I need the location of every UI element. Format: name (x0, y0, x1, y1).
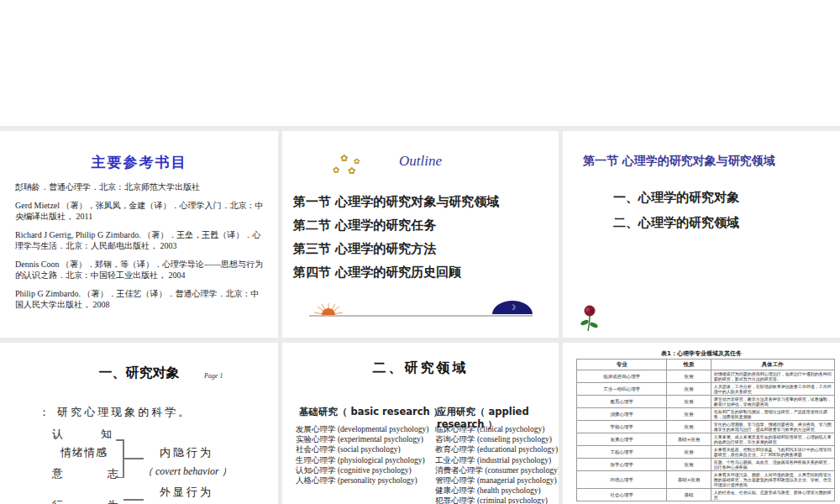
table-row: 环境心理学基础+应用从事有关环境污染、拥挤、人对环境的改造、人类空间利用等方面的… (577, 471, 835, 489)
diagram-label-overt: 外显行为 (160, 485, 213, 500)
bibliography-list: 彭聃龄．普通心理学．北京：北京师范大学出版社 Gerd Mietzel （著），… (15, 181, 265, 318)
col-header-nature: 性质 (667, 360, 711, 370)
table-row: 消费心理学应用包装和广告的研制与测试，营销方法研究，产品使用者特点调查，消费者民… (577, 408, 835, 421)
slide-title: Outline (282, 153, 559, 170)
table-row: 社会心理学基础人的社会化、社会认知、态度形成与改变、群体心理等方面的研究 (577, 489, 835, 501)
research-field-item: 健康心理学 (health psychology) (435, 486, 559, 496)
research-field-item: 犯罪心理学 (criminal psychology) (435, 496, 559, 504)
slide-thumbnail-specialty-table[interactable]: 表1：心理学专业领域及其任务 专业 性质 具体工作 临床或咨询心理学应用对情绪或… (563, 343, 840, 504)
col-header-specialty: 专业 (577, 360, 667, 370)
slide-thumbnail-research-object[interactable]: 一、研究对象 Page 1 ： 研究心理现象的科学。 认 知 情绪情感 意 志 … (0, 343, 278, 504)
rose-icon (580, 304, 600, 331)
research-field-item: 人格心理学 (personality psychology) (296, 475, 432, 486)
slide-sorter-view: { "view": { "kind": "presentation-slide-… (0, 0, 840, 504)
bracket-bottom-tick (116, 477, 123, 479)
outline-item: 第三节 心理学的研究方法 (293, 237, 554, 260)
table-row: 学校心理学应用学生的心理测验、学习指导、情绪问题咨询、择业咨询、学习困难学生的发… (577, 421, 835, 433)
outline-item: 第四节 心理学的研究历史回顾 (293, 260, 554, 284)
table-row: 工业—组织心理学应用人员选拔，工作分析，在职培训效果评估改善工作环境，工作环境中… (577, 383, 835, 396)
diagram-label-covert-en: （ covert behavior ） (143, 465, 232, 479)
slide-title: 二、研究领域 (282, 360, 559, 377)
diagram-label-covert: 内隐行为 (160, 445, 213, 460)
applied-research-list: 临床心理学 (clinical psychology) 咨询心理学 (conse… (435, 424, 559, 504)
research-field-item: 发展心理学 (developmental psychology) (296, 424, 432, 434)
col-header-tasks: 具体工作 (711, 360, 834, 370)
section-items: 一、心理学的研究对象 二、心理学的研究领域 (613, 185, 739, 235)
research-field-item: 实验心理学 (experimental psychology) (296, 434, 432, 444)
diagram-label-behavior-b: 为 (108, 498, 119, 504)
basic-research-header: 基础研究（ basic research ） (299, 406, 443, 418)
sun-icon (314, 303, 343, 315)
table-title: 表1：心理学专业领域及其任务 (563, 349, 840, 358)
diagram-label-will-a: 意 (52, 466, 64, 481)
behavior-connector-line (123, 499, 144, 501)
research-field-item: 临床心理学 (clinical psychology) (435, 424, 559, 434)
definition-text: ： 研究心理现象的科学。 (39, 405, 192, 420)
bib-entry: Richard J Gerrig, Philip G Zimbardo. （著）… (15, 229, 265, 251)
table-header-row: 专业 性质 具体工作 (577, 360, 835, 370)
table-row: 教育心理学应用课堂动力学研究，教学方法及各种学习变量的研究，试卷编制，教育计划评… (577, 396, 835, 408)
slide-title: 一、研究对象 (0, 365, 278, 382)
slide-thumbnail-references[interactable]: 主要参考书目 彭聃龄．普通心理学．北京：北京师范大学出版社 Gerd Mietz… (0, 131, 278, 338)
diagram-label-cognition-b: 知 (101, 427, 113, 442)
bib-entry: Dennis Coon （著）．郑钢，等（译）．心理学导论——思想与行为的认识之… (15, 259, 265, 281)
section-item: 二、心理学的研究领域 (613, 210, 739, 235)
table-row: 临床或咨询心理学应用对情绪或行为问题的咨询和心理治疗，临床治疗中遇到的各种问题的… (577, 370, 835, 383)
slide-title: 第一节 心理学的研究对象与研究领域 (583, 154, 835, 169)
diagram-label-cognition-a: 认 (52, 427, 64, 442)
slide-title: 主要参考书目 (0, 153, 278, 172)
bib-entry: Philip G Zimbardo. （著）．王佳艺（译）．普通心理学．北京：中… (15, 288, 265, 310)
specialty-table: 专业 性质 具体工作 临床或咨询心理学应用对情绪或行为问题的咨询和心理治疗，临床… (576, 359, 835, 501)
research-field-item: 咨询心理学 (conseling psychology) (435, 434, 559, 444)
research-field-item: 教育心理学 (educational psychology) (435, 444, 559, 454)
diagram-label-behavior-a: 行 (52, 498, 64, 504)
divider-line (309, 315, 533, 317)
diagram-label-emotion: 情绪情感 (60, 445, 108, 460)
basic-research-list: 发展心理学 (developmental psychology) 实验心理学 (… (296, 424, 432, 486)
research-field-item: 认知心理学 (cognitive psychology) (296, 465, 432, 475)
bracket-middle-connector (123, 458, 144, 459)
slide-thumbnail-section1[interactable]: 第一节 心理学的研究对象与研究领域 一、心理学的研究对象 二、心理学的研究领域 (563, 131, 840, 338)
table-row: 工程心理学应用从事有关机器、控制台和仪表盘，飞机和汽车设计中的心理学问题研究，承… (577, 446, 835, 459)
page-number-label: Page 1 (204, 372, 223, 380)
table-row: 发展心理学基础+应用儿童发展、成人发展及老年化的基础和应用研究，心理缺陷儿童的临… (577, 433, 835, 446)
outline-list: 第一节 心理学的研究对象与研究领域 第二节 心理学的研究任务 第三节 心理学的研… (293, 190, 554, 284)
research-field-item: 生理心理学 (physiological psychology) (296, 455, 432, 465)
moon-icon: ☽ (492, 301, 533, 314)
research-field-item: 社会心理学 (social psychology) (296, 444, 432, 454)
bib-entry: Gerd Mietzel （著），张凤凤，金建（译）．心理学入门．北京：中央编译… (15, 200, 265, 222)
research-field-item: 工业心理学 (industrial psychology) (435, 455, 559, 465)
outline-item: 第一节 心理学的研究对象与研究领域 (293, 190, 554, 213)
research-field-item: 管理心理学 (managerial psychology) (435, 475, 559, 486)
outline-item: 第二节 心理学的研究任务 (293, 213, 554, 237)
research-field-item: 消费者心理学 (consumer psychology) (435, 465, 559, 475)
bib-entry: 彭聃龄．普通心理学．北京：北京师范大学出版社 (15, 181, 265, 192)
slide-thumbnail-research-fields[interactable]: 二、研究领域 基础研究（ basic research ） 应用研究（ appl… (282, 343, 559, 504)
diagram-label-will-b: 志 (108, 466, 119, 481)
slide-sorter-grid: 主要参考书目 彭聃龄．普通心理学．北京：北京师范大学出版社 Gerd Mietz… (0, 126, 840, 504)
slide-thumbnail-outline[interactable]: ✿ ✿ ✿ ✿ Outline 第一节 心理学的研究对象与研究领域 第二节 心理… (282, 131, 559, 338)
table-row: 医学心理学应用应激、个性与心脏病、高血压、溃疡病等各种疾病关系的研究，治疗各种心… (577, 459, 835, 471)
section-item: 一、心理学的研究对象 (613, 185, 739, 210)
